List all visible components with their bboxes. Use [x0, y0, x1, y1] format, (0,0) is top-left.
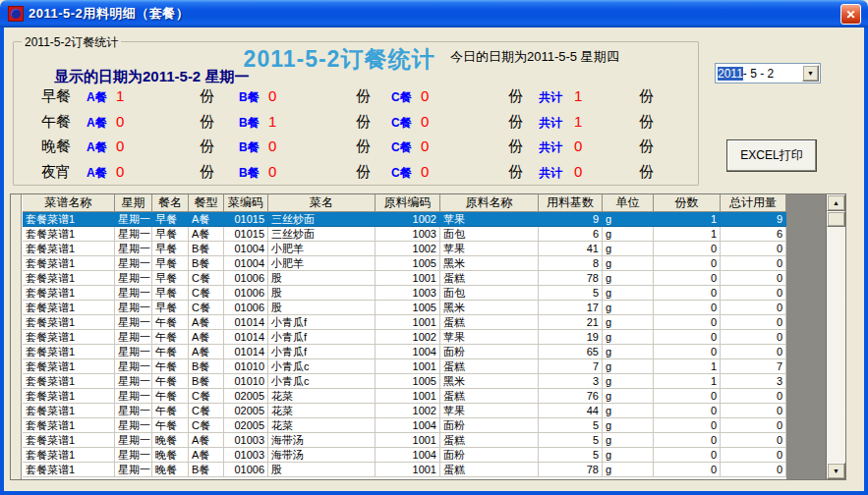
- table-row[interactable]: 套餐菜谱1星期一早餐A餐01015三丝炒面1002苹果9g19: [23, 212, 786, 227]
- meal-b-label: B餐: [239, 115, 268, 132]
- unit-label: 份: [200, 87, 239, 106]
- grid-cell: 7: [539, 359, 603, 374]
- grid-cell: 0: [721, 404, 786, 418]
- title-bar[interactable]: 2011-5-2用料明细（套餐） ✕: [0, 0, 868, 28]
- grid-cell: 套餐菜谱1: [23, 286, 115, 301]
- table-row[interactable]: 套餐菜谱1星期一早餐B餐01004小肥羊1002苹果41g00: [23, 242, 786, 256]
- grid-cell: C餐: [189, 389, 224, 404]
- grid-cell: 1004: [376, 448, 440, 463]
- unit-label: 份: [639, 113, 668, 132]
- grid-cell: 3: [721, 374, 786, 389]
- table-row[interactable]: 套餐菜谱1星期一午餐B餐01010小青瓜c1001蛋糕7g17: [23, 359, 786, 374]
- grid-cell: 晚餐: [152, 463, 189, 477]
- grid-cell: 星期一: [115, 433, 152, 448]
- close-button[interactable]: ✕: [840, 4, 861, 25]
- grid-cell: 面包: [440, 286, 539, 301]
- grid-cell: 01014: [224, 330, 268, 345]
- grid-cell: 0: [721, 448, 786, 463]
- unit-label: 份: [639, 87, 668, 106]
- meal-total-value: 1: [574, 113, 639, 130]
- table-row[interactable]: 套餐菜谱1星期一午餐C餐02005花菜1001蛋糕76g00: [23, 389, 786, 404]
- grid-cell: 01003: [224, 433, 268, 448]
- grid-cell: 星期一: [115, 448, 152, 463]
- grid-cell: 0: [654, 242, 721, 256]
- column-header: 菜谱名称: [23, 194, 115, 212]
- grid-cell: 套餐菜谱1: [23, 227, 115, 242]
- meal-total-label: 共计: [539, 115, 574, 132]
- scrollbar-thumb[interactable]: [827, 211, 845, 227]
- grid-cell: 1: [654, 359, 721, 374]
- grid-cell: 苹果: [440, 212, 539, 227]
- grid-cell: 面粉: [440, 418, 539, 433]
- grid-cell: 0: [654, 418, 721, 433]
- table-row[interactable]: 套餐菜谱1星期一早餐B餐01004小肥羊1005黑米8g00: [23, 256, 786, 271]
- grid-cell: 01010: [224, 374, 268, 389]
- window-border-bottom: [0, 491, 868, 495]
- grid-cell: B餐: [189, 359, 224, 374]
- meal-a-label: A餐: [87, 115, 116, 132]
- grid-cell: 花菜: [268, 418, 376, 433]
- grid-cell: 1: [654, 227, 721, 242]
- table-row[interactable]: 套餐菜谱1星期一午餐B餐01010小青瓜c1005黑米3g13: [23, 374, 786, 389]
- date-combobox-dropdown-button[interactable]: ▼: [802, 65, 819, 82]
- scroll-down-button[interactable]: ▼: [827, 463, 845, 479]
- table-row[interactable]: 套餐菜谱1星期一早餐C餐01006股1001蛋糕78g00: [23, 271, 786, 286]
- meal-total-label: 共计: [539, 89, 574, 106]
- grid-cell: 套餐菜谱1: [23, 345, 115, 359]
- grid-cell: C餐: [189, 301, 224, 315]
- table-row[interactable]: 套餐菜谱1星期一早餐A餐01015三丝炒面1003面包6g16: [23, 227, 786, 242]
- grid-cell: 套餐菜谱1: [23, 463, 115, 477]
- grid-cell: 星期一: [115, 301, 152, 315]
- meal-c-value: 0: [421, 113, 508, 130]
- grid-cell: C餐: [189, 418, 224, 433]
- grid-cell: g: [603, 330, 654, 345]
- table-row[interactable]: 套餐菜谱1星期一午餐A餐01014小青瓜f1002苹果19g00: [23, 330, 786, 345]
- column-header: 用料基数: [539, 194, 603, 212]
- table-row[interactable]: 套餐菜谱1星期一午餐C餐02005花菜1002苹果44g00: [23, 404, 786, 418]
- table-row[interactable]: 套餐菜谱1星期一早餐C餐01006股1003面包5g00: [23, 286, 786, 301]
- grid-cell: C餐: [189, 271, 224, 286]
- table-row[interactable]: 套餐菜谱1星期一早餐C餐01006股1005黑米17g00: [23, 301, 786, 315]
- table-row[interactable]: 套餐菜谱1星期一晚餐A餐01003海带汤1004面粉5g00: [23, 448, 786, 463]
- stat-row-night-snack: 夜宵 A餐 0 份 B餐 0 份 C餐 0 份 共计 0 份: [41, 163, 690, 185]
- grid-cell: 星期一: [115, 315, 152, 330]
- grid-cell: 套餐菜谱1: [23, 315, 115, 330]
- grid-cell: 星期一: [115, 271, 152, 286]
- meal-c-label: C餐: [391, 165, 421, 182]
- grid-cell: 蛋糕: [440, 463, 539, 477]
- grid-cell: 0: [721, 315, 786, 330]
- grid-cell: 0: [721, 433, 786, 448]
- grid-cell: 晚餐: [152, 448, 189, 463]
- table-row[interactable]: 套餐菜谱1星期一晚餐A餐01003海带汤1001蛋糕5g00: [23, 433, 786, 448]
- window-title: 2011-5-2用料明细（套餐）: [29, 5, 189, 23]
- grid-cell: B餐: [189, 374, 224, 389]
- grid-cell: 6: [539, 227, 603, 242]
- table-row[interactable]: 套餐菜谱1星期一午餐A餐01014小青瓜f1001蛋糕21g00: [23, 315, 786, 330]
- meal-b-label: B餐: [239, 139, 268, 156]
- meal-c-label: C餐: [391, 115, 421, 132]
- unit-label: 份: [356, 87, 391, 106]
- table-row[interactable]: 套餐菜谱1星期一晚餐B餐01006股1001蛋糕78g00: [23, 463, 786, 477]
- grid-cell: 股: [268, 463, 376, 477]
- grid-cell: 面粉: [440, 448, 539, 463]
- grid-cell: C餐: [189, 286, 224, 301]
- grid-cell: 0: [721, 242, 786, 256]
- grid-cell: 套餐菜谱1: [23, 359, 115, 374]
- grid-cell: 0: [721, 256, 786, 271]
- vertical-scrollbar[interactable]: ▲ ▼: [827, 194, 845, 479]
- excel-print-button[interactable]: EXCEL打印: [726, 139, 817, 172]
- grid-cell: 海带汤: [268, 448, 376, 463]
- date-combobox-value[interactable]: 2011- 5 - 2: [716, 67, 802, 81]
- table-row[interactable]: 套餐菜谱1星期一午餐A餐01014小青瓜f1004面粉65g00: [23, 345, 786, 359]
- grid-cell: 0: [654, 271, 721, 286]
- grid-cell: 午餐: [152, 374, 189, 389]
- table-row[interactable]: 套餐菜谱1星期一午餐C餐02005花菜1004面粉5g00: [23, 418, 786, 433]
- display-date-label: 显示的日期为2011-5-2 星期一: [54, 68, 249, 86]
- meal-a-value: 0: [116, 163, 200, 180]
- grid-cell: 1003: [376, 227, 440, 242]
- app-window: 2011-5-2用料明细（套餐） ✕ 2011-5-2订餐统计 2011-5-2…: [0, 0, 868, 495]
- scroll-up-button[interactable]: ▲: [827, 194, 845, 211]
- date-combobox[interactable]: 2011- 5 - 2 ▼: [715, 63, 821, 83]
- grid-filler-area: [786, 194, 827, 479]
- grid-cell: 01006: [224, 286, 268, 301]
